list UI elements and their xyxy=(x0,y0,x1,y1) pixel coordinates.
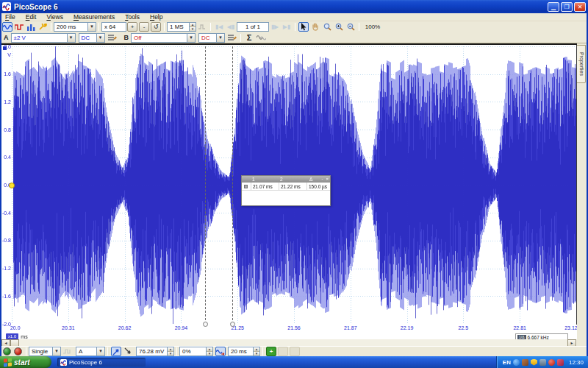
menu-file[interactable]: File xyxy=(5,13,15,21)
ruler-legend[interactable]: 1 2 Δ - × 21.07 ms 21.22 ms 150.0 µs xyxy=(241,175,331,206)
channel-a-range-select[interactable]: ±2 V ▼ xyxy=(11,33,76,43)
spinner-arrows-icon[interactable]: ▲▼ xyxy=(253,347,259,355)
windows-logo-icon xyxy=(4,358,12,367)
menu-measurements[interactable]: Measurements xyxy=(74,13,115,21)
tray-antivirus-icon[interactable] xyxy=(548,359,555,366)
x-tick-label: 22.19 xyxy=(401,325,414,330)
stop-capture-button[interactable] xyxy=(14,347,22,355)
chevron-down-icon[interactable]: ▼ xyxy=(187,34,195,42)
chevron-down-icon[interactable]: ▼ xyxy=(96,34,104,42)
x-tick-label: 22.81 xyxy=(513,325,526,330)
delete-measurement-button[interactable] xyxy=(290,347,300,356)
chevron-down-icon[interactable]: ▼ xyxy=(96,347,104,355)
tray-display-icon[interactable] xyxy=(539,359,546,366)
buffer-index-field[interactable]: 1 of 1 xyxy=(237,22,269,32)
pre-trigger-spinner[interactable]: 0% ▲▼ xyxy=(179,347,213,356)
chevron-down-icon[interactable]: ▼ xyxy=(67,34,75,42)
rising-edge-button[interactable] xyxy=(111,347,121,356)
time-ruler-2[interactable] xyxy=(232,46,233,324)
chevron-down-icon[interactable]: ▼ xyxy=(87,23,96,31)
restore-button[interactable]: ❐ xyxy=(561,2,573,12)
properties-tab[interactable]: Properties xyxy=(577,45,586,83)
rapid-trigger-button[interactable] xyxy=(62,347,72,356)
timebase-select[interactable]: 200 ms ▼ xyxy=(54,22,96,32)
post-trigger-spinner[interactable]: 20 ms ▲▼ xyxy=(228,347,260,356)
language-indicator[interactable]: EN xyxy=(503,359,511,366)
title-bar[interactable]: PicoScope 6 ▁ ❐ ✕ xyxy=(0,0,588,13)
add-measurement-button[interactable]: + xyxy=(266,347,276,356)
chevron-down-icon[interactable]: ▼ xyxy=(52,347,60,355)
scope-view-button[interactable] xyxy=(2,22,12,32)
edit-measurement-button[interactable] xyxy=(278,347,288,356)
menu-help[interactable]: Help xyxy=(150,13,162,21)
post-trigger-toggle-button[interactable] xyxy=(215,347,226,356)
zoom-out-button[interactable] xyxy=(345,22,356,32)
trigger-source-select[interactable]: A ▼ xyxy=(76,347,105,356)
channel-a-coupling-select[interactable]: DC ▼ xyxy=(79,33,105,43)
spinner-arrows-icon[interactable]: ▲▼ xyxy=(206,347,212,355)
samples-spinner[interactable]: 1 MS ▲▼ xyxy=(167,22,196,32)
channel-b-coupling-select[interactable]: DC ▼ xyxy=(198,33,225,43)
timebase-value: 200 ms xyxy=(54,24,87,30)
taskbar-clock[interactable]: 12:30 xyxy=(569,359,584,366)
close-button[interactable]: ✕ xyxy=(574,2,586,12)
channel-b-range-select[interactable]: Off ▼ xyxy=(131,33,196,43)
zoom-factor-display[interactable]: x 64 xyxy=(101,22,126,32)
minimize-button[interactable]: ▁ xyxy=(548,2,559,12)
taskbar-item-picoscope[interactable]: PicoScope 6 xyxy=(57,358,146,367)
channel-b-options-button[interactable] xyxy=(227,33,237,43)
magnifier-plus-icon xyxy=(335,23,343,31)
spinner-arrows-icon[interactable]: ▲▼ xyxy=(189,23,196,31)
ruler-handle-1[interactable] xyxy=(203,322,208,327)
ruler-col-1: 1 xyxy=(251,177,279,182)
zoom-out-x-button[interactable]: - xyxy=(139,22,149,32)
time-ruler-1[interactable] xyxy=(205,46,206,324)
hand-tool-button[interactable] xyxy=(310,22,320,32)
math-channels-button[interactable] xyxy=(256,33,267,43)
tray-update-icon[interactable] xyxy=(557,359,564,366)
legend-minimize-icon[interactable]: - xyxy=(320,177,323,182)
tray-security-shield-icon[interactable] xyxy=(531,359,537,366)
trigger-time-icon xyxy=(216,348,225,355)
zoom-full-button[interactable]: 100% xyxy=(362,22,383,32)
tray-messenger-icon[interactable] xyxy=(513,359,520,366)
ruler-handle-2[interactable] xyxy=(230,322,235,327)
legend-close-icon[interactable]: × xyxy=(324,177,329,182)
x-tick-label: 20.0 xyxy=(10,325,21,330)
zoom-in-x-button[interactable]: + xyxy=(127,22,137,32)
ruler-row-grip[interactable] xyxy=(242,184,251,189)
start-capture-button[interactable] xyxy=(3,347,11,355)
ruler-col-2: 2 xyxy=(279,177,306,182)
menu-edit[interactable]: Edit xyxy=(26,13,37,21)
buffer-index-value: 1 of 1 xyxy=(245,24,260,30)
menu-views[interactable]: Views xyxy=(46,13,63,21)
spectrum-view-button[interactable] xyxy=(26,22,36,32)
probe-setup-button[interactable] xyxy=(37,22,48,32)
marquee-zoom-button[interactable] xyxy=(322,22,332,32)
falling-edge-button[interactable] xyxy=(123,347,133,356)
buffer-previous-button[interactable]: ◀▮ xyxy=(226,22,236,32)
math-sum-button[interactable]: Σ xyxy=(244,33,254,43)
trigger-mode-select[interactable]: Single ▼ xyxy=(29,347,61,356)
select-tool-button[interactable] xyxy=(298,22,309,32)
zoom-in-button[interactable] xyxy=(334,22,344,32)
waveform-count-button[interactable] xyxy=(197,22,207,32)
zoom-reset-button[interactable]: ↺ xyxy=(151,22,161,32)
menu-tools[interactable]: Tools xyxy=(125,13,140,21)
tray-device-icon[interactable] xyxy=(522,359,528,366)
start-button[interactable]: start xyxy=(0,356,51,368)
buffer-last-button[interactable]: ▶▮ xyxy=(282,22,292,32)
buffer-next-button[interactable]: ▮▶ xyxy=(270,22,280,32)
persistence-view-button[interactable] xyxy=(14,22,24,32)
wrench-icon xyxy=(38,24,47,31)
ruler-col-delta-wrap: Δ - × xyxy=(306,177,330,182)
spinner-arrows-icon[interactable]: ▲▼ xyxy=(167,347,173,355)
chevron-down-icon[interactable]: ▼ xyxy=(216,34,224,42)
x-tick-label: 20.62 xyxy=(118,325,132,330)
app-icon xyxy=(60,359,67,366)
buffer-first-button[interactable]: ▮◀ xyxy=(214,22,224,32)
pre-trigger-value: 0% xyxy=(180,348,206,355)
trigger-level-spinner[interactable]: 76.28 mV ▲▼ xyxy=(136,347,174,356)
channel-a-zero-marker[interactable] xyxy=(9,183,15,188)
channel-a-options-button[interactable] xyxy=(107,33,118,43)
